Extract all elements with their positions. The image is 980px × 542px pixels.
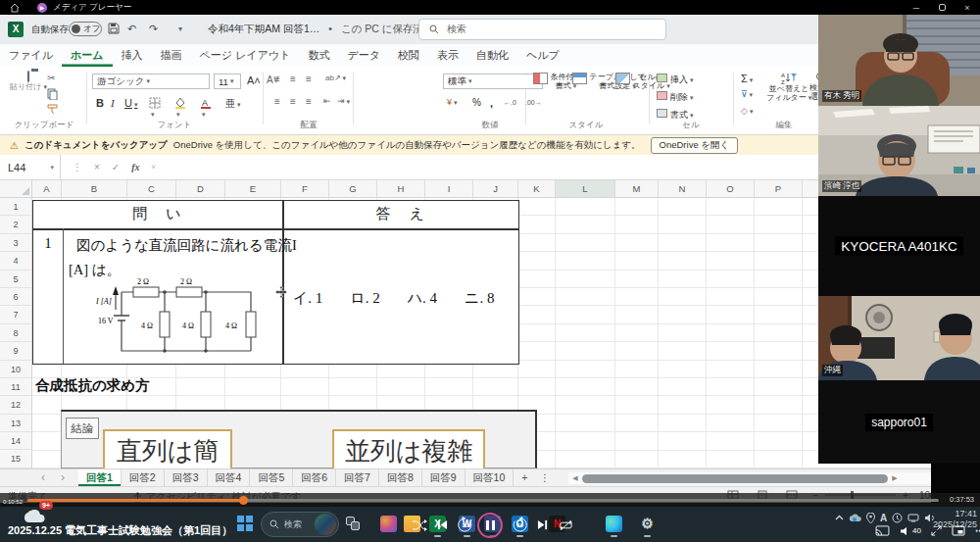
settings-icon[interactable]: ⚙ <box>639 516 656 532</box>
column-header-8: H <box>377 180 425 197</box>
system-tray: A <box>835 513 935 523</box>
align-top-icon: ≡ <box>274 74 280 84</box>
group-label-number: 数値 <box>482 120 499 131</box>
mini-player-icon[interactable] <box>952 525 965 536</box>
align-middle-icon: ≡ <box>290 74 296 84</box>
sort-filter-button: AZ 並べ替えとフィルター <box>766 72 811 102</box>
row-header-3: 3 <box>0 234 31 252</box>
home-icon[interactable] <box>10 3 20 13</box>
sheet-tab-7: 回答7 <box>336 469 379 486</box>
search-placeholder: 検索 <box>447 23 466 36</box>
row-headers: 123456789101112131415 <box>0 198 32 468</box>
ribbon-tab-7: データ <box>338 44 389 67</box>
volume-button[interactable]: 40 <box>900 526 921 536</box>
grow-font-icon: A˄ <box>247 74 261 86</box>
row-header-14: 14 <box>0 432 31 450</box>
answer-option: ロ. 2 <box>350 289 379 308</box>
format-as-table-icon <box>572 73 587 84</box>
row-header-11: 11 <box>0 378 31 396</box>
italic-button: I <box>111 97 115 109</box>
percent-icon: % <box>472 97 481 108</box>
weather-widget-icon[interactable]: 9+ <box>24 509 47 523</box>
seek-bar[interactable] <box>27 499 939 502</box>
duration-time: 0:37:53 <box>950 495 974 504</box>
format-painter-icon <box>47 104 58 115</box>
cell-styles-icon <box>615 73 630 84</box>
group-separator <box>86 73 87 124</box>
edge-icon[interactable] <box>606 516 622 532</box>
search-highlight-thumbnail <box>315 514 336 535</box>
align-left-icon: ≡ <box>274 96 280 107</box>
tray-chevron-icon[interactable] <box>835 515 844 521</box>
pause-button[interactable] <box>477 513 503 538</box>
sheet-tabs: 回答1回答2回答3回答4回答5回答6回答7回答8回答9回答10 <box>78 469 514 486</box>
align-bottom-icon: ≡ <box>306 74 312 84</box>
toggle-knob <box>72 25 80 33</box>
sheet-tab-4: 回答4 <box>208 469 251 486</box>
skip-back-10-button[interactable]: 10 <box>457 517 473 533</box>
redo-icon: ↷ <box>149 23 158 35</box>
media-seek-overlay: 0:10:52 0:37:53 <box>0 493 980 507</box>
sheet-menu-dots-icon: ⋮ <box>535 469 554 486</box>
ribbon-tab-8: 校閲 <box>389 44 428 67</box>
close-button[interactable]: × <box>955 3 980 13</box>
svg-text:A: A <box>781 73 785 78</box>
group-label-editing: 編集 <box>776 120 793 131</box>
row-header-5: 5 <box>0 271 31 288</box>
answer-options: イ. 1 ロ. 2 ハ. 4 ニ. 8 <box>293 289 494 308</box>
title-separator: • <box>328 23 332 34</box>
seek-bar-fill <box>27 499 243 502</box>
row-header-15: 15 <box>0 450 31 468</box>
sheet-tab-8: 回答8 <box>379 469 422 486</box>
svg-text:10: 10 <box>462 521 468 528</box>
maximize-button[interactable] <box>929 3 955 13</box>
paste-button: 貼り付け <box>10 72 47 92</box>
delete-icon <box>657 91 667 100</box>
onedrive-tray-icon[interactable] <box>849 514 861 522</box>
participant-name: sapporo01 <box>818 416 980 429</box>
participant-video-tile: 濱崎 淳也 <box>818 106 980 196</box>
clock-time: 17:41 <box>955 509 977 518</box>
row-header-9: 9 <box>0 342 31 360</box>
task-view-button[interactable] <box>345 516 362 532</box>
seek-handle[interactable] <box>239 496 248 505</box>
taskbar-search[interactable]: 検索 <box>261 512 339 537</box>
column-header-7: G <box>329 180 377 197</box>
shuffle-button[interactable] <box>412 519 427 531</box>
copilot-icon[interactable] <box>380 516 397 532</box>
row-header-1: 1 <box>0 198 31 216</box>
clock-tray-icon[interactable] <box>892 513 903 523</box>
display-tray-icon[interactable] <box>907 514 919 522</box>
column-header-15: O <box>707 180 755 197</box>
cancel-icon: × <box>94 162 100 172</box>
group-separator <box>263 73 264 124</box>
previous-button[interactable] <box>437 519 448 530</box>
circuit-diagram: 2 Ω 2 Ω 4 Ω 4 Ω 4 Ω I [A] 16 V <box>96 276 292 367</box>
fullscreen-icon[interactable] <box>931 525 942 536</box>
column-header-4: D <box>176 180 225 197</box>
repeat-off-button[interactable] <box>559 519 573 531</box>
resistor-label: 4 Ω <box>141 321 153 330</box>
svg-text:A: A <box>202 98 208 108</box>
ime-mode-indicator[interactable]: A <box>880 513 887 523</box>
minimize-button[interactable]: ─ <box>904 3 929 13</box>
start-button[interactable] <box>237 516 253 531</box>
enter-icon: ✓ <box>112 162 120 172</box>
cast-icon[interactable] <box>875 525 890 536</box>
skip-forward-30-button[interactable]: 30 <box>512 517 528 533</box>
clear-icon: ◇ <box>741 106 753 116</box>
answer-header: 答 え <box>282 205 520 223</box>
decrease-indent-icon: ⇤ <box>323 96 331 106</box>
more-options-icon[interactable]: ⋯ <box>975 525 980 536</box>
location-tray-icon[interactable] <box>866 513 875 523</box>
format-icon <box>657 109 667 118</box>
group-separator <box>733 73 734 124</box>
column-header-10: J <box>473 180 518 197</box>
ribbon-tab-9: 表示 <box>428 44 467 67</box>
next-button[interactable] <box>537 519 548 530</box>
notification-badge: 9+ <box>39 501 53 510</box>
row-header-7: 7 <box>0 306 31 323</box>
sheet-tab-10: 回答10 <box>466 469 514 486</box>
participant-name: 濱崎 淳也 <box>822 180 861 192</box>
conditional-formatting-icon <box>533 73 548 84</box>
